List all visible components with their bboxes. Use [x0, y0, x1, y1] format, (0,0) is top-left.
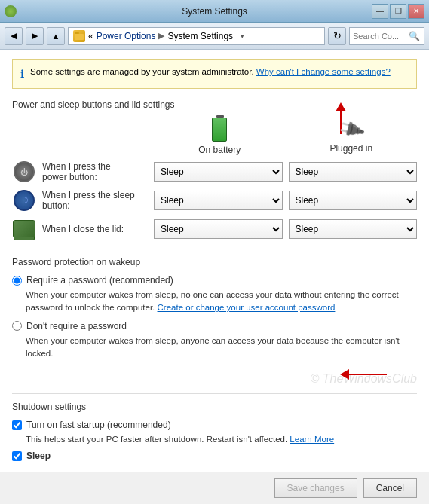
divider-2 — [12, 393, 417, 394]
lid-text: When I close the lid: — [42, 224, 124, 234]
title-bar: System Settings — ❐ ✕ — [0, 0, 429, 23]
fast-startup-label: Turn on fast startup (recommended) — [26, 420, 171, 430]
power-button-icon: ⏻ — [14, 161, 35, 182]
breadcrumb-power-options[interactable]: Power Options — [97, 31, 156, 41]
sleep-button-icon-container: ☽ — [12, 188, 36, 212]
svg-rect-1 — [75, 32, 79, 34]
title-bar-controls: — ❐ ✕ — [372, 4, 424, 19]
forward-button[interactable]: ▶ — [26, 27, 44, 45]
fast-startup-row: Turn on fast startup (recommended) — [12, 420, 417, 430]
fast-startup-desc-text: This helps start your PC faster after sh… — [26, 435, 287, 444]
lid-row: When I close the lid: Sleep Do nothing H… — [12, 217, 417, 241]
no-password-text: Don't require a password — [26, 321, 127, 331]
sleep-button-text: When I press the sleepbutton: — [42, 190, 135, 211]
password-section-heading: Password protection on wakeup — [12, 257, 417, 267]
breadcrumb: « Power Options ▶ System Settings ▾ — [68, 27, 325, 45]
battery-col-label: On battery — [198, 145, 241, 155]
power-table-header: On battery 🔌 Plugged in — [12, 118, 417, 155]
info-banner-message: Some settings are managed by your system… — [30, 67, 254, 76]
main-content: ℹ Some settings are managed by your syst… — [0, 50, 429, 504]
arrow-head-up — [336, 102, 346, 111]
title-bar-left — [5, 5, 17, 17]
power-button-battery-select[interactable]: Sleep Do nothing Hibernate Shut down Tur… — [154, 162, 283, 182]
plugged-column-header: 🔌 Plugged in — [286, 118, 418, 155]
sleep-button-plugged-select[interactable]: Sleep Do nothing Hibernate Shut down — [289, 191, 418, 210]
battery-icon — [212, 118, 227, 142]
arrow-shaft-right — [349, 374, 387, 375]
info-icon: ℹ — [20, 66, 24, 82]
breadcrumb-separator: ▶ — [158, 31, 164, 41]
back-button[interactable]: ◀ — [5, 27, 23, 45]
restore-button[interactable]: ❐ — [390, 4, 406, 19]
lid-battery-select[interactable]: Sleep Do nothing Hibernate Shut down — [154, 219, 283, 239]
breadcrumb-current: System Settings — [167, 31, 233, 41]
require-password-text: Require a password (recommended) — [26, 275, 173, 286]
power-button-text: When I press thepower button: — [42, 161, 111, 182]
power-button-plugged-select[interactable]: Sleep Do nothing Hibernate Shut down Tur… — [289, 162, 418, 182]
sleep-button-icon: ☽ — [14, 190, 35, 211]
sleep-checkbox[interactable] — [12, 451, 22, 461]
arrow-head-left — [340, 369, 349, 380]
shutdown-section: Shutdown settings Turn on fast startup (… — [12, 402, 417, 461]
info-banner: ℹ Some settings are managed by your syst… — [12, 59, 417, 89]
power-button-row: ⏻ When I press thepower button: Sleep Do… — [12, 160, 417, 184]
info-banner-text: Some settings are managed by your system… — [30, 66, 391, 78]
sleep-button-label: ☽ When I press the sleepbutton: — [12, 188, 148, 212]
lid-icon-container — [12, 217, 36, 241]
power-section-heading: Power and sleep buttons and lid settings — [12, 99, 417, 110]
bottom-bar: Save changes Cancel — [0, 472, 429, 504]
learn-more-link[interactable]: Learn More — [290, 435, 334, 444]
require-password-label[interactable]: Require a password (recommended) — [12, 275, 417, 286]
sleep-row: Sleep — [12, 451, 417, 461]
power-button-icon-container: ⏻ — [12, 160, 36, 184]
close-button[interactable]: ✕ — [408, 4, 424, 19]
lid-plugged-select[interactable]: Sleep Do nothing Hibernate Shut down — [289, 219, 418, 239]
fast-startup-desc: This helps start your PC faster after sh… — [26, 433, 417, 446]
minimize-button[interactable]: — — [372, 4, 388, 19]
refresh-button[interactable]: ↻ — [328, 27, 346, 45]
change-password-link[interactable]: Create or change your user account passw… — [158, 303, 336, 312]
info-banner-link[interactable]: Why can't I change some settings? — [256, 67, 391, 76]
battery-column-header: On battery — [154, 118, 286, 155]
search-box: 🔍 — [349, 27, 424, 45]
app-icon — [5, 5, 17, 17]
sleep-button-row: ☽ When I press the sleepbutton: Sleep Do… — [12, 188, 417, 212]
require-password-radio[interactable] — [12, 276, 22, 286]
search-input[interactable] — [353, 32, 406, 41]
no-password-option: Don't require a password When your compu… — [12, 321, 417, 361]
shutdown-section-heading: Shutdown settings — [12, 402, 417, 412]
lid-label: When I close the lid: — [12, 217, 148, 241]
lid-icon — [13, 220, 35, 238]
nav-bar: ◀ ▶ ▲ « Power Options ▶ System Settings … — [0, 23, 429, 50]
sleep-button-battery-select[interactable]: Sleep Do nothing Hibernate Shut down — [154, 191, 283, 210]
require-password-option: Require a password (recommended) When yo… — [12, 275, 417, 315]
svg-rect-0 — [75, 34, 84, 40]
no-password-radio[interactable] — [12, 321, 22, 331]
breadcrumb-prefix: « — [88, 31, 93, 41]
sleep-label: Sleep — [26, 451, 51, 461]
power-button-label: ⏻ When I press thepower button: — [12, 160, 148, 184]
password-section: Password protection on wakeup Require a … — [12, 257, 417, 360]
breadcrumb-folder-icon — [73, 30, 85, 42]
plugged-col-label: Plugged in — [329, 143, 372, 154]
no-password-label[interactable]: Don't require a password — [12, 321, 417, 331]
require-password-desc: When your computer wakes from sleep, no … — [26, 289, 417, 315]
cancel-button[interactable]: Cancel — [363, 478, 417, 498]
fast-startup-checkbox[interactable] — [12, 420, 22, 430]
annotation-arrow-right — [340, 369, 387, 380]
up-button[interactable]: ▲ — [47, 27, 65, 45]
breadcrumb-dropdown[interactable]: ▾ — [236, 29, 248, 44]
divider-1 — [12, 249, 417, 249]
search-icon[interactable]: 🔍 — [409, 31, 420, 41]
window-title: System Settings — [182, 6, 247, 17]
save-changes-button[interactable]: Save changes — [274, 478, 357, 498]
no-password-desc: When your computer wakes from sleep, any… — [26, 334, 417, 361]
